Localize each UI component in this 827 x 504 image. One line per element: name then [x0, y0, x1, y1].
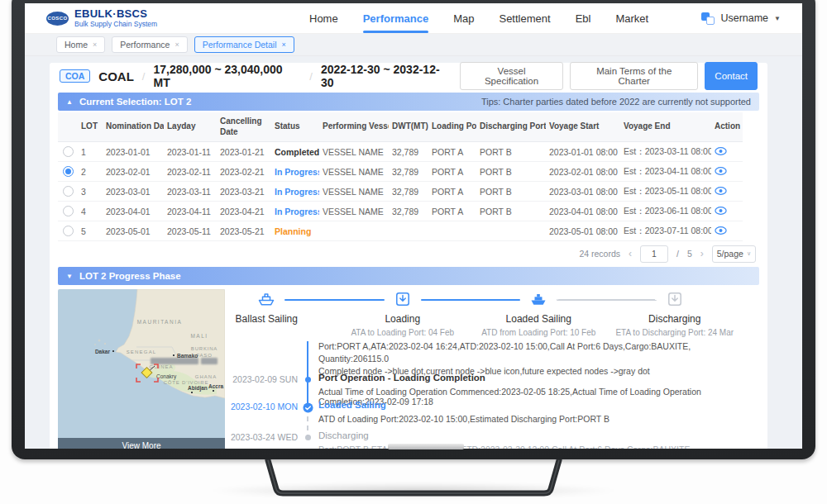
nav-performance[interactable]: Performance — [363, 3, 428, 33]
status-badge: In Progress — [271, 182, 319, 202]
ship-filled-icon — [528, 290, 548, 308]
table-row: 42023-04-01 2023-04-112023-04-21 In Prog… — [58, 202, 743, 221]
tab-label: Performance — [120, 40, 170, 50]
divider: / — [142, 70, 146, 83]
map-label-mauritania: MAURITANIA — [137, 319, 183, 325]
col-voyage-start: Voyage Start — [546, 112, 620, 142]
tips-text: Tips: Charter parties dated before 2022 … — [481, 97, 751, 107]
row-radio[interactable] — [63, 146, 74, 157]
step-sub: ETA to Discharging Port: 24 Mar — [615, 328, 734, 337]
current-page[interactable]: 1 — [640, 245, 668, 263]
col-cancelling-date: Cancelling Date — [217, 112, 271, 142]
map-city-bamako: Bamako — [177, 353, 198, 359]
row-radio[interactable] — [63, 186, 74, 197]
collapse-icon[interactable]: ▼ — [66, 273, 73, 280]
tab-home[interactable]: Home × — [56, 36, 105, 53]
tab-label: Home — [65, 40, 88, 50]
view-more-label: View More — [122, 441, 160, 449]
step-label: Loaded Sailing — [506, 313, 571, 325]
records-count: 24 records — [579, 249, 620, 259]
map-blurred-label — [201, 358, 218, 364]
col-action: Action — [711, 112, 743, 142]
step-label: Loading — [385, 313, 420, 325]
step-label: Ballast Sailing — [236, 313, 298, 325]
view-eye-icon[interactable] — [715, 167, 727, 177]
tab-performance[interactable]: Performance × — [112, 36, 187, 53]
tab-performance-detail[interactable]: Performance Detail × — [194, 36, 294, 53]
page-size-value: 5/page — [717, 249, 743, 259]
chevron-down-icon: ▼ — [774, 15, 781, 22]
collapse-icon[interactable]: ▲ — [66, 98, 73, 106]
contract-header: COA COAL / 17,280,000 ~ 23,040,000 MT / … — [58, 63, 759, 89]
col-performing-vessel: Performing Vessel — [319, 112, 389, 142]
prev-page-icon[interactable]: ‹ — [629, 248, 632, 259]
status-badge: Completed — [271, 142, 319, 162]
phase-steps: Ballast Sailing Loading ATA to Loading P… — [198, 290, 743, 337]
step-loading: Loading ATA to Loading Port: 04 Feb — [335, 290, 471, 337]
timeline-entry-detail: ATD of Loading Port:2023-02-10 15:00,Est… — [318, 414, 609, 424]
view-eye-icon[interactable] — [715, 226, 727, 236]
col-loading-port: Loading Port — [428, 112, 476, 142]
nav-home[interactable]: Home — [309, 3, 338, 33]
timeline-entry-current: Loaded Sailing ATD of Loading Port:2023-… — [318, 400, 609, 424]
timeline-entry-title: Discharging — [318, 430, 759, 440]
col-dwt: DWT(MT) — [389, 112, 428, 142]
main-nav: Home Performance Map Settlement Ebl Mark… — [309, 3, 648, 33]
close-icon[interactable]: × — [93, 40, 97, 49]
coa-badge: COA — [60, 69, 90, 83]
port-call-summary: Port:PORT A,ATA:2023-02-04 16:24,ATD:202… — [318, 340, 759, 365]
map-label-ghana: GHANA — [195, 374, 217, 379]
timeline-entry-future: Discharging Port:PORT B,ETA:2023-03-24 1… — [318, 430, 759, 449]
step-discharging: Discharging ETA to Discharging Port: 24 … — [607, 290, 743, 337]
content-card: COA COAL / 17,280,000 ~ 23,040,000 MT / … — [50, 63, 767, 449]
timeline-date: 2023-02-09 SUN — [223, 374, 298, 384]
cargo-name: COAL — [98, 69, 134, 83]
language-icon[interactable] — [701, 12, 715, 25]
row-radio-selected[interactable] — [63, 166, 74, 177]
quantity-range: 17,280,000 ~ 23,040,000 MT — [153, 63, 301, 89]
close-icon[interactable]: × — [174, 40, 179, 49]
timeline-line-solid — [307, 341, 308, 407]
timeline-date: 2023-03-24 WED — [223, 432, 298, 442]
table-row: 32023-03-01 2023-03-112023-03-21 In Prog… — [58, 182, 743, 202]
loading-box-icon — [394, 290, 411, 308]
row-radio[interactable] — [63, 226, 74, 236]
page-size-select[interactable]: 5/page ∨ — [712, 245, 756, 263]
nav-map[interactable]: Map — [453, 3, 474, 33]
col-status: Status — [271, 112, 319, 142]
nav-market[interactable]: Market — [615, 3, 648, 33]
step-sub: ATD from Loading Port: 10 Feb — [481, 328, 595, 337]
step-loaded-sailing: Loaded Sailing ATD from Loading Port: 10… — [471, 290, 607, 337]
view-eye-icon[interactable] — [715, 187, 727, 197]
view-more-button[interactable]: View More — [58, 438, 225, 449]
monitor-frame: COSCO EBULK·BSCS Bulk Supply Chain Syste… — [12, 0, 815, 459]
vessel-specification-button[interactable]: Vessel Specification — [460, 62, 563, 90]
status-badge: In Progress — [271, 162, 319, 182]
nav-settlement[interactable]: Settlement — [499, 3, 550, 33]
progress-phase-panel: MAURITANIA MALI SENEGAL BURKINA FASO GUI… — [58, 288, 759, 449]
user-menu[interactable]: Username ▼ — [701, 12, 781, 25]
view-eye-icon[interactable] — [715, 207, 727, 216]
app-header: COSCO EBULK·BSCS Bulk Supply Chain Syste… — [25, 3, 802, 34]
row-radio[interactable] — [63, 206, 74, 216]
brand: COSCO EBULK·BSCS Bulk Supply Chain Syste… — [46, 8, 253, 28]
timeline-dot-completed — [305, 377, 311, 383]
timeline-dot-future — [305, 435, 311, 440]
contract-period: 2022-12-30 ~ 2032-12-30 — [321, 63, 452, 89]
lots-table: LOT Nomination Date Layday Cancelling Da… — [58, 112, 743, 241]
map-city-accra: Accra — [208, 383, 223, 389]
next-page-icon[interactable]: › — [700, 248, 704, 259]
map-label-guinea: GUINEA — [149, 364, 173, 369]
view-eye-icon[interactable] — [715, 147, 727, 157]
current-selection-title: Current Selection: LOT 2 — [79, 97, 191, 107]
check-circle-icon — [303, 402, 313, 416]
main-terms-button[interactable]: Main Terms of the Charter — [570, 62, 698, 90]
contact-button[interactable]: Contact — [705, 62, 758, 90]
col-lot: LOT — [78, 112, 103, 142]
app-subtitle: Bulk Supply Chain System — [74, 20, 157, 28]
page-background: COA COAL / 17,280,000 ~ 23,040,000 MT / … — [25, 56, 802, 449]
timeline-entry-title: Loaded Sailing — [318, 400, 609, 410]
nav-ebl[interactable]: Ebl — [576, 3, 591, 33]
pagination: 24 records ‹ 1 / 5 › 5/page ∨ — [58, 244, 759, 264]
close-icon[interactable]: × — [282, 40, 286, 49]
